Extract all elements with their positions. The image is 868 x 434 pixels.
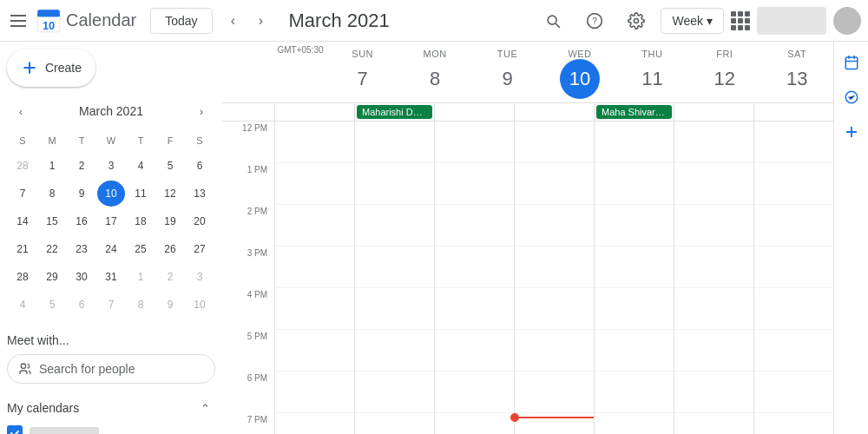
mini-cal-day[interactable]: 19 (156, 208, 184, 234)
mini-cal-day[interactable]: 8 (38, 181, 66, 207)
time-label: 4 PM (222, 288, 274, 330)
mini-cal-day[interactable]: 24 (97, 236, 125, 262)
allday-cell[interactable] (753, 103, 833, 121)
mini-cal-day[interactable]: 6 (68, 292, 95, 318)
time-labels: 12 PM1 PM2 PM3 PM4 PM5 PM6 PM7 PM8 PM9 P… (222, 122, 274, 434)
avatar[interactable] (833, 7, 861, 35)
mini-cal-day[interactable]: 31 (97, 264, 125, 290)
mini-cal-day[interactable]: 10 (97, 181, 125, 207)
allday-cell[interactable] (674, 103, 753, 121)
view-selector[interactable]: Week ▾ (661, 8, 724, 34)
prev-arrow[interactable]: ‹ (220, 7, 247, 35)
collapse-calendars-button[interactable]: ⌃ (194, 398, 215, 418)
menu-icon[interactable] (7, 10, 28, 31)
edge-check-button[interactable] (838, 83, 865, 111)
logo-area: 10 Calendar (35, 7, 136, 35)
allday-cell[interactable] (514, 103, 594, 121)
day-number[interactable]: 10 (560, 59, 600, 99)
mini-cal-day[interactable]: 2 (68, 153, 95, 179)
mini-cal-day[interactable]: 11 (127, 181, 155, 207)
mini-cal-day[interactable]: 17 (97, 208, 125, 234)
mini-cal-day[interactable]: 2 (156, 264, 184, 290)
mini-cal-day[interactable]: 28 (9, 264, 36, 290)
mini-cal-day[interactable]: 3 (97, 153, 125, 179)
mini-cal-day[interactable]: 10 (186, 292, 214, 318)
time-label: 12 PM (222, 122, 274, 163)
grid-column[interactable] (354, 122, 434, 434)
day-number[interactable]: 9 (488, 59, 528, 99)
mini-cal-day[interactable]: 25 (127, 236, 155, 262)
mini-cal-day[interactable]: 20 (186, 208, 214, 234)
mini-cal-day[interactable]: 5 (156, 153, 184, 179)
edge-add-button[interactable] (838, 118, 865, 146)
mini-cal-day[interactable]: 16 (68, 208, 95, 234)
settings-button[interactable] (619, 3, 654, 38)
mini-cal-day[interactable]: 7 (97, 292, 125, 318)
create-button[interactable]: Create (7, 49, 95, 87)
calendar-checkbox[interactable] (7, 425, 23, 434)
mini-cal-day[interactable]: 1 (38, 153, 66, 179)
next-arrow[interactable]: › (247, 7, 275, 35)
svg-rect-3 (37, 14, 60, 16)
mini-cal-day[interactable]: 9 (156, 292, 184, 318)
allday-cell[interactable] (274, 103, 354, 121)
allday-cell[interactable]: Maha Shivaratri/A... (594, 103, 674, 121)
day-number[interactable]: 11 (632, 59, 672, 99)
mini-cal-day[interactable]: 22 (38, 236, 66, 262)
grid-column[interactable] (674, 122, 753, 434)
search-button[interactable] (536, 3, 570, 38)
grid-column[interactable] (753, 122, 833, 434)
day-column-header: MON8 (398, 42, 470, 102)
people-icon (18, 362, 32, 376)
help-button[interactable]: ? (577, 3, 612, 38)
mini-cal-day[interactable]: 15 (38, 208, 66, 234)
allday-cell[interactable]: Maharishi Dayan... (354, 103, 434, 121)
mini-cal-day[interactable]: 7 (9, 181, 36, 207)
mini-cal-day[interactable]: 23 (68, 236, 95, 262)
mini-cal-day[interactable]: 21 (9, 236, 36, 262)
mini-cal-day[interactable]: 6 (186, 153, 214, 179)
calendar-item[interactable] (7, 422, 215, 434)
allday-event[interactable]: Maharishi Dayan... (357, 105, 432, 119)
sidebar: Create ‹ March 2021 › SMTWTFS 2812345678… (0, 42, 222, 434)
day-number[interactable]: 12 (705, 59, 745, 99)
svg-text:10: 10 (43, 18, 55, 31)
mini-cal-day[interactable]: 14 (9, 208, 36, 234)
mini-cal-day[interactable]: 12 (156, 181, 184, 207)
mini-cal-prev[interactable]: ‹ (10, 101, 31, 122)
mini-cal-day[interactable]: 28 (9, 153, 36, 179)
apps-icon[interactable] (731, 11, 750, 30)
grid-column[interactable] (434, 122, 514, 434)
calendar-list: BirthdaysRemindersTasks (7, 422, 215, 434)
search-people-input[interactable]: Search for people (7, 354, 215, 384)
time-grid[interactable]: 12 PM1 PM2 PM3 PM4 PM5 PM6 PM7 PM8 PM9 P… (222, 122, 833, 434)
mini-cal-day[interactable]: 8 (127, 292, 155, 318)
mini-cal-day[interactable]: 4 (127, 153, 155, 179)
account-info[interactable] (757, 7, 826, 35)
mini-cal-day[interactable]: 30 (68, 264, 95, 290)
time-label: 1 PM (222, 163, 274, 205)
mini-cal-day[interactable]: 29 (38, 264, 66, 290)
today-button[interactable]: Today (150, 8, 212, 34)
mini-cal-day[interactable]: 13 (186, 181, 214, 207)
allday-event[interactable]: Maha Shivaratri/A... (596, 105, 672, 119)
mini-cal-day[interactable]: 5 (38, 292, 66, 318)
mini-cal-day[interactable]: 9 (68, 181, 95, 207)
grid-column[interactable] (594, 122, 674, 434)
day-number[interactable]: 13 (777, 59, 817, 99)
mini-cal-day[interactable]: 18 (127, 208, 155, 234)
mini-cal-day[interactable]: 26 (156, 236, 184, 262)
mini-cal-next[interactable]: › (191, 101, 212, 122)
mini-cal-day[interactable]: 3 (186, 264, 214, 290)
grid-column[interactable] (274, 122, 354, 434)
day-number[interactable]: 8 (415, 59, 455, 99)
mini-cal-day[interactable]: 27 (186, 236, 214, 262)
day-number[interactable]: 7 (343, 59, 383, 99)
header-actions: ? Week ▾ (536, 3, 861, 38)
search-icon (544, 12, 562, 30)
grid-column[interactable] (514, 122, 594, 434)
mini-cal-day[interactable]: 1 (127, 264, 155, 290)
mini-cal-day[interactable]: 4 (9, 292, 36, 318)
edge-calendar-button[interactable] (838, 49, 865, 76)
allday-cell[interactable] (434, 103, 514, 121)
